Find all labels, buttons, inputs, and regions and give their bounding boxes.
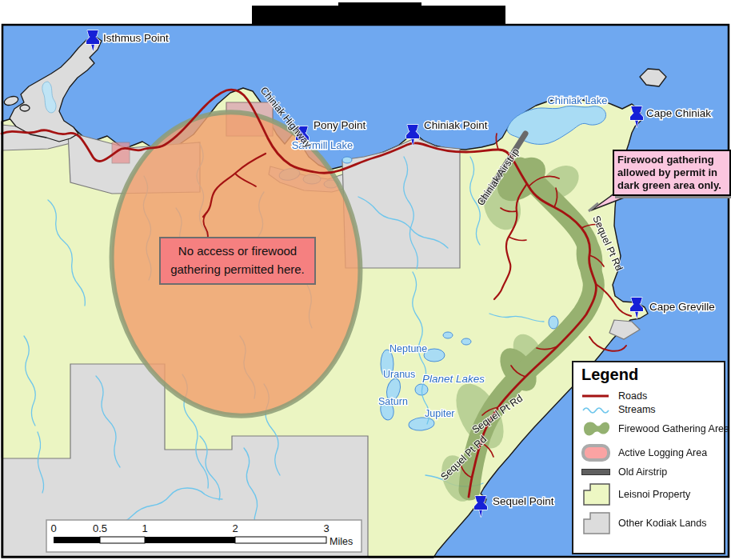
legend-row-leisnoi: Leisnoi Property [581,482,722,507]
redacted-title-bar [252,6,505,25]
legend-row-roads: Roads [581,390,722,402]
logging-swatch-icon [581,444,618,462]
legend-label-leisnoi: Leisnoi Property [618,489,690,500]
scale-tick-05: 0.5 [93,522,107,534]
callout-line3: dark green area only. [617,179,726,192]
map-page: Isthmus Point Pony Point Chiniak Point C… [0,0,731,560]
scale-tick-0: 0 [50,522,56,534]
scale-tick-1: 1 [142,522,147,534]
legend-label-firewood: Firewood Gathering Area [618,423,729,434]
label-neptune: Neptune [389,343,427,354]
callout-line2: allowed by permit in [617,166,726,179]
leisnoi-swatch-icon [581,482,618,507]
label-jupiter: Jupiter [425,408,455,419]
streams-swatch-icon [581,405,618,414]
label-planet-lakes: Planet Lakes [422,373,485,385]
legend: Legend Roads Streams Firewood Gathering … [572,361,725,554]
scale-tick-2: 2 [232,522,238,534]
scale-bar: 0 0.5 1 2 3 Miles [46,520,362,552]
no-access-warning-box: No access or firewood gathering permitte… [159,237,316,285]
legend-label-other-lands: Other Kodiak Lands [618,518,707,529]
label-saturn: Saturn [378,396,408,407]
legend-row-streams: Streams [581,404,722,415]
label-cape-chiniak: Cape Chiniak [646,107,711,119]
callout-line1: Firewood gathering [617,154,726,166]
legend-label-logging: Active Logging Area [618,447,707,458]
legend-label-roads: Roads [618,390,647,402]
legend-row-logging: Active Logging Area [581,444,722,462]
warning-line2: gathering permitted here. [161,260,314,278]
legend-label-streams: Streams [618,404,656,415]
firewood-permit-callout: Firewood gathering allowed by permit in … [613,150,731,196]
legend-label-airstrip: Old Airstrip [618,466,667,478]
label-cape-greville: Cape Greville [649,301,715,313]
other-lands-swatch-icon [581,510,618,536]
warning-line1: No access or firewood [161,242,314,260]
scale-unit: Miles [330,536,353,547]
label-uranus: Uranus [383,369,415,380]
label-pony-point: Pony Point [314,119,366,131]
label-chiniak-lake: Chiniak Lake [547,94,607,106]
legend-row-airstrip: Old Airstrip [581,466,722,478]
scale-tick-3: 3 [323,522,329,534]
redacted-title-bar-notch [338,2,421,6]
label-isthmus-point: Isthmus Point [103,32,169,44]
legend-row-firewood: Firewood Gathering Area [581,418,722,440]
label-chiniak-point: Chiniak Point [424,119,488,131]
airstrip-swatch-icon [581,469,618,475]
legend-title: Legend [581,366,722,384]
roads-swatch-icon [581,392,618,400]
label-sequel-point: Sequel Point [493,495,554,507]
firewood-swatch-icon [581,418,618,440]
legend-row-other-lands: Other Kodiak Lands [581,510,722,536]
